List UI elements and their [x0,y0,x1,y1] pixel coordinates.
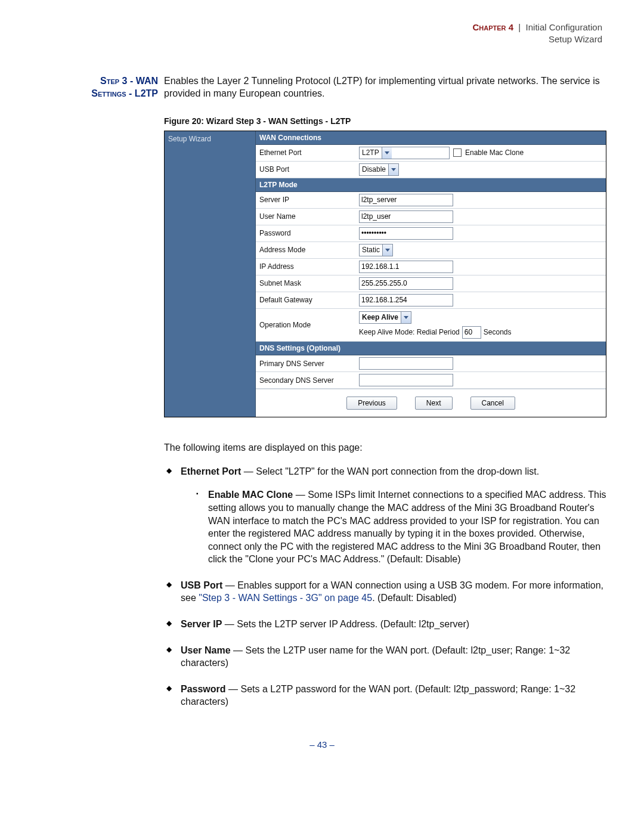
ethernet-port-select[interactable]: L2TP [359,147,450,159]
subitem-enable-mac-clone: Enable MAC Clone — Some ISPs limit Inter… [196,488,606,566]
cross-reference-link[interactable]: "Step 3 - WAN Settings - 3G" on page 45 [199,593,372,603]
address-mode-value: Static [360,245,382,255]
address-mode-select[interactable]: Static [359,244,393,256]
intro-text: Enables the Layer 2 Tunneling Protocol (… [164,75,606,100]
item-password: Password — Sets a L2TP password for the … [164,683,606,708]
redial-label-pre: Keep Alive Mode: Redial Period [359,327,460,337]
item-usb-port: USB Port — Enables support for a WAN con… [164,579,606,605]
item-list: Ethernet Port — Select "L2TP" for the WA… [164,465,606,708]
item-ethernet-port: Ethernet Port — Select "L2TP" for the WA… [164,465,606,566]
label-ethernet-port: Ethernet Port [256,145,355,160]
wizard-sidebar: Setup Wizard [165,131,256,417]
label-operation-mode: Operation Mode [256,309,355,341]
chevron-down-icon [382,147,392,159]
label-secondary-dns: Secondary DNS Server [256,373,355,388]
enable-mac-clone-checkbox[interactable] [453,148,462,157]
label-primary-dns: Primary DNS Server [256,357,355,371]
item-label: USB Port [181,580,222,590]
cancel-button[interactable]: Cancel [470,397,515,410]
label-server-ip: Server IP [256,193,355,207]
ethernet-port-value: L2TP [360,148,382,157]
usb-port-select[interactable]: Disable [359,163,399,176]
label-default-gateway: Default Gateway [256,293,355,307]
item-label: User Name [181,645,231,655]
label-usb-port: USB Port [256,162,355,176]
label-password: Password [256,226,355,240]
section-l2tp-mode: L2TP Mode [256,178,606,192]
primary-dns-input[interactable] [359,357,453,370]
chevron-down-icon [382,244,392,256]
section-heading-line1: Step 3 - WAN [100,76,158,86]
page-number: – 43 – [42,739,602,750]
section-wan-connections: WAN Connections [256,131,606,145]
redial-label-post: Seconds [484,327,512,337]
page-header: Chapter 4 | Initial Configuration Setup … [42,21,602,46]
chevron-down-icon [388,164,398,175]
header-title-2: Setup Wizard [549,34,602,44]
item-text-post: . (Default: Disabled) [372,593,456,603]
password-input[interactable] [359,227,453,240]
next-button[interactable]: Next [415,397,453,410]
user-name-input[interactable] [359,210,453,223]
label-user-name: User Name [256,209,355,224]
item-server-ip: Server IP — Sets the L2TP server IP Addr… [164,618,606,631]
item-text: — Sets the L2TP user name for the WAN po… [181,645,570,668]
item-text: — Sets the L2TP server IP Address. (Defa… [222,619,469,629]
header-title-1: Initial Configuration [526,22,602,32]
label-address-mode: Address Mode [256,243,355,257]
item-label: Enable MAC Clone [208,490,293,500]
default-gateway-input[interactable] [359,294,453,306]
secondary-dns-input[interactable] [359,374,453,386]
usb-port-value: Disable [360,165,388,174]
item-user-name: User Name — Sets the L2TP user name for … [164,644,606,670]
item-text: — Sets a L2TP password for the WAN port.… [181,684,575,707]
body-lead: The following items are displayed on thi… [164,441,606,454]
item-label: Server IP [181,619,222,629]
server-ip-input[interactable] [359,194,453,206]
figure-caption: Figure 20: Wizard Step 3 - WAN Settings … [164,116,606,127]
item-label: Ethernet Port [181,466,241,476]
wizard-button-bar: Previous Next Cancel [256,389,606,417]
section-dns: DNS Settings (Optional) [256,342,606,355]
label-ip-address: IP Address [256,259,355,274]
previous-button[interactable]: Previous [346,397,397,410]
wizard-window: Setup Wizard WAN Connections Ethernet Po… [164,131,606,418]
item-label: Password [181,684,226,694]
redial-period-input[interactable] [462,326,481,339]
section-heading: Step 3 - WAN Settings - L2TP [42,75,158,100]
section-heading-line2: Settings - L2TP [91,88,158,98]
header-sep: | [518,22,521,32]
chevron-down-icon [401,312,411,323]
chapter-label: Chapter 4 [472,22,513,32]
item-text: — Some ISPs limit Internet connections t… [208,490,606,564]
enable-mac-clone-label: Enable Mac Clone [465,148,524,157]
item-text: — Select "L2TP" for the WAN port connect… [241,466,539,476]
label-subnet-mask: Subnet Mask [256,276,355,290]
subnet-mask-input[interactable] [359,277,453,290]
operation-mode-value: Keep Alive [360,312,401,322]
ip-address-input[interactable] [359,261,453,273]
operation-mode-select[interactable]: Keep Alive [359,311,411,324]
wizard-sidebar-label: Setup Wizard [168,135,211,143]
